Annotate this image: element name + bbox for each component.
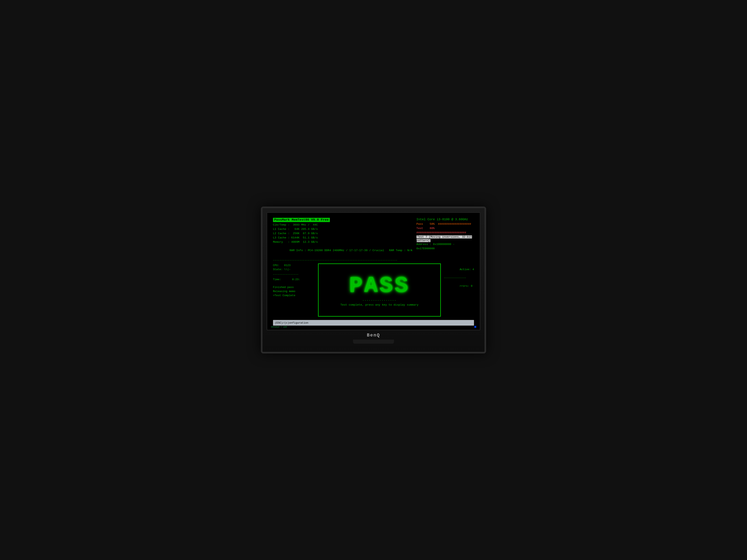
- log-releasing: Releasing memo: [273, 289, 316, 294]
- pass-footer-text: Test complete, press any key to display …: [340, 303, 418, 306]
- ram-info-line: RAM Info : PC4-19200 DDR4 2400MHz / 17-1…: [273, 244, 412, 257]
- power-led: [474, 326, 476, 328]
- l1-cache-line: L1 Cache : 64K 205.4 GB/s: [273, 227, 412, 232]
- right-info-panel: Intel Core i3-8100 @ 3.60GHz Pass 58% ##…: [416, 218, 474, 251]
- time-line: Time: 0:23:: [273, 277, 316, 282]
- cpu-cores: CPU: 0123: [273, 263, 316, 268]
- bottom-bar-text[interactable]: (ESC)/(c)onfiguration: [275, 321, 308, 324]
- address-line: Address : 0x100000000 - 0x17E000000: [416, 242, 474, 251]
- pass-progress-line: Pass 58% ####################: [416, 222, 474, 226]
- test-name-line: Test 7 [Moving inversions, 32-bit patter…: [416, 235, 474, 242]
- senseye-logo: senseye = LEO: [271, 326, 287, 328]
- cpu-model: Intel Core i3-8100 @ 3.60GHz: [416, 218, 474, 221]
- clk-temp-line: Clk/Temp : 3693 MHz / 44C: [273, 223, 412, 227]
- l3-cache-line: L3 Cache : 6144K 51.1 GB/s: [273, 236, 412, 240]
- monitor-outer: PassMark MemTest86 V9.0 Free Clk/Temp : …: [261, 207, 486, 353]
- errors-line: rrors: 0: [444, 280, 474, 292]
- right-divider: ----------------: [444, 276, 474, 280]
- app-title: PassMark MemTest86 V9.0 Free: [273, 218, 330, 222]
- active-line: Active: 4: [444, 263, 474, 276]
- state-line: State: \\|-: [273, 268, 316, 272]
- top-bar: PassMark MemTest86 V9.0 Free Clk/Temp : …: [273, 218, 474, 257]
- monitor-screen: PassMark MemTest86 V9.0 Free Clk/Temp : …: [266, 212, 481, 330]
- left-divider: ----------------: [273, 272, 316, 276]
- right-panel: Active: 4 ---------------- rrors: 0: [441, 263, 474, 317]
- memory-line: Memory : 4009M 12.3 GB/s: [273, 240, 412, 244]
- pass-display-box: PASS ---------------- Test complete, pre…: [318, 263, 441, 317]
- test-progress-line: Test 80% ##############################: [416, 226, 474, 235]
- log-finished: Finished pass: [273, 285, 316, 289]
- top-divider: ----------------------------------------…: [273, 258, 474, 263]
- pass-separator: ----------------: [362, 299, 396, 302]
- l2-cache-line: L2 Cache : 256K 87.9 GB/s: [273, 232, 412, 236]
- left-panel: CPU: 0123 State: \\|- ---------------- T…: [273, 263, 318, 317]
- left-info-panel: PassMark MemTest86 V9.0 Free Clk/Temp : …: [273, 218, 412, 257]
- pass-text: PASS: [347, 275, 412, 297]
- main-area: CPU: 0123 State: \\|- ---------------- T…: [273, 263, 474, 317]
- monitor-brand: BenQ: [266, 333, 481, 338]
- monitor-stand: [353, 340, 394, 344]
- bottom-bar: (ESC)/(c)onfiguration: [273, 320, 474, 326]
- log-complete: >Test Complete: [273, 294, 316, 298]
